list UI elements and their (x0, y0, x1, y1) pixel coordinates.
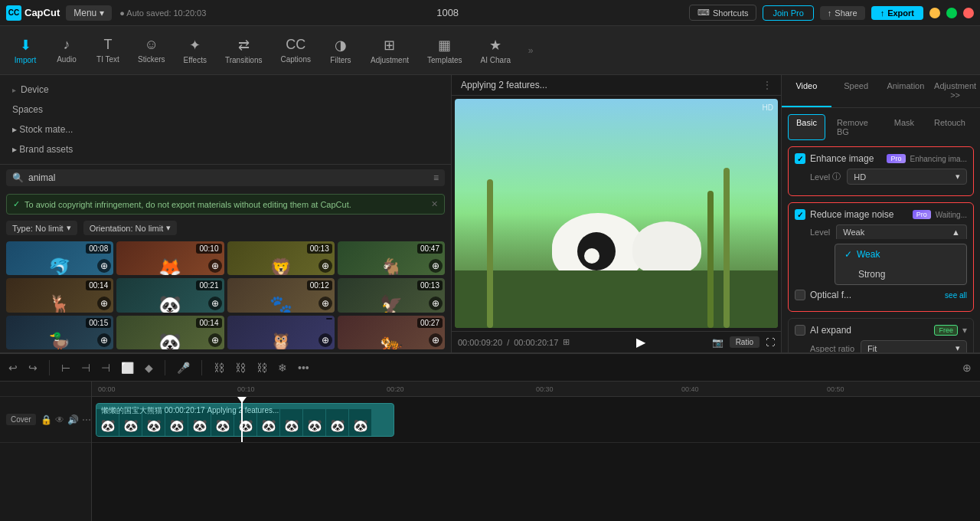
captions-label: Captions (281, 55, 311, 64)
ai-expand-label: AI expand (810, 325, 929, 336)
add-icon-6[interactable]: ⊕ (208, 297, 222, 310)
optical-flow-checkbox[interactable] (795, 290, 805, 300)
track-label-row: Cover 🔒 👁 🔊 ⋯ (0, 397, 91, 443)
filter-sort-button[interactable]: ≡ (433, 172, 439, 183)
link-button[interactable]: ⛓ (211, 359, 227, 376)
undo-button[interactable]: ↩ (6, 359, 20, 376)
add-icon-11[interactable]: ⊕ (318, 333, 332, 347)
more-tools-button[interactable]: ••• (296, 359, 312, 376)
nav-device[interactable]: ▸ Device (6, 81, 445, 98)
nav-spaces[interactable]: Spaces (6, 101, 445, 118)
detach-button[interactable]: ⛓ (233, 359, 248, 376)
ai-expand-checkbox[interactable] (795, 325, 805, 336)
tool-filters[interactable]: ◑ Filters (322, 34, 360, 67)
media-item-6[interactable]: 🐼 00:21 ⊕ (116, 278, 224, 312)
enhance-image-checkbox[interactable] (795, 153, 805, 164)
playback-controls: ▶ (636, 335, 645, 349)
see-all-link[interactable]: see all (945, 291, 967, 300)
ratio-button[interactable]: Ratio (730, 336, 760, 348)
tab-speed[interactable]: Speed (831, 75, 881, 107)
nav-brand-assets[interactable]: ▸ Brand assets (6, 141, 445, 158)
export-button[interactable]: ↑ Export (871, 6, 923, 20)
tool-import[interactable]: ⬇ Import (6, 34, 44, 67)
tool-adjustment[interactable]: ⊞ Adjustment (363, 34, 416, 67)
subtab-mask[interactable]: Mask (886, 114, 923, 140)
tool-effects[interactable]: ✦ Effects (176, 34, 214, 67)
tab-adjustment[interactable]: Adjustment >> (930, 75, 980, 107)
voice-button[interactable]: 🎤 (175, 359, 192, 376)
window-close[interactable] (963, 8, 974, 18)
tab-video[interactable]: Video (782, 75, 831, 107)
add-icon-10[interactable]: ⊕ (208, 333, 222, 347)
text-label: TI Text (96, 55, 119, 64)
volume-icon[interactable]: 🔊 (67, 415, 79, 425)
lock-icon[interactable]: 🔒 (41, 415, 52, 425)
media-item-2[interactable]: 🦊 00:10 ⊕ (116, 241, 224, 275)
playhead[interactable] (241, 397, 243, 442)
add-icon-8[interactable]: ⊕ (429, 297, 443, 310)
noise-level-weak[interactable]: ✓ Weak (835, 244, 966, 264)
media-item-1[interactable]: 🐬 00:08 ⊕ (6, 241, 113, 275)
add-icon-5[interactable]: ⊕ (97, 297, 111, 310)
media-item-7[interactable]: 🐾 00:12 ⊕ (227, 278, 335, 312)
cover-button[interactable]: Cover (6, 414, 36, 425)
add-icon-7[interactable]: ⊕ (318, 297, 332, 310)
aspect-ratio-select[interactable]: Fit ▾ (861, 340, 967, 352)
subtab-remove-bg[interactable]: Remove BG (828, 114, 883, 140)
subtab-retouch[interactable]: Retouch (926, 114, 974, 140)
tool-templates[interactable]: ▦ Templates (420, 34, 470, 67)
media-item-10[interactable]: 🐼 00:14 ⊕ (116, 316, 224, 349)
toolbar-more[interactable]: » (521, 41, 540, 60)
trim-end-button[interactable]: ⊣ (99, 359, 113, 376)
join-pro-button[interactable]: Join Pro (763, 5, 813, 21)
shortcuts-button[interactable]: ⌨ Shortcuts (689, 5, 756, 21)
nav-stock-materials[interactable]: ▸ Stock mate... (6, 121, 445, 138)
play-button[interactable]: ▶ (636, 335, 645, 349)
import-icon: ⬇ (20, 37, 31, 54)
media-item-12[interactable]: 🐅 00:27 ⊕ (338, 316, 445, 349)
copy-button[interactable]: ⛓ (254, 359, 270, 376)
menu-button[interactable]: Menu ▾ (66, 5, 112, 21)
reduce-noise-level-select[interactable]: Weak ▲ (836, 224, 967, 239)
split-button[interactable]: ⊣ (79, 359, 93, 376)
tool-stickers[interactable]: ☺ Stickers (130, 34, 173, 67)
screenshot-icon[interactable]: 📷 (712, 337, 724, 348)
search-input[interactable] (28, 172, 429, 183)
media-item-5[interactable]: 🦌 00:14 ⊕ (6, 278, 113, 312)
add-icon-2[interactable]: ⊕ (208, 259, 222, 273)
window-maximize[interactable] (946, 8, 957, 18)
enhance-level-select[interactable]: HD ▾ (847, 169, 967, 185)
trim-start-button[interactable]: ⊢ (59, 359, 73, 376)
media-item-8[interactable]: 🦅 00:13 ⊕ (338, 278, 445, 312)
orientation-filter[interactable]: Orientation: No limit ▾ (83, 221, 178, 235)
fullscreen-icon[interactable]: ⛶ (766, 337, 775, 348)
tool-audio[interactable]: ♪ Audio (47, 34, 86, 67)
share-button[interactable]: ↑ Share (820, 6, 865, 20)
reduce-noise-checkbox[interactable] (795, 209, 805, 220)
media-item-4[interactable]: 🐐 00:47 ⊕ (338, 241, 445, 275)
add-icon-12[interactable]: ⊕ (429, 333, 443, 347)
subtab-basic[interactable]: Basic (788, 114, 825, 140)
tool-text[interactable]: T TI Text (89, 34, 127, 67)
freeze-button[interactable]: ❄ (276, 359, 289, 376)
video-clip[interactable]: 懒懒的国宝大熊猫 00:00:20:17 Applying 2 features… (96, 403, 394, 437)
window-minimize[interactable] (929, 8, 940, 18)
type-filter[interactable]: Type: No limit ▾ (6, 221, 77, 235)
media-item-9[interactable]: 🦆 00:15 ⊕ (6, 316, 113, 349)
visibility-icon[interactable]: 👁 (55, 415, 64, 425)
media-item-3[interactable]: 🦁 00:13 ⊕ (227, 241, 335, 275)
preview-menu-button[interactable]: ⋮ (763, 80, 772, 90)
zoom-button[interactable]: ⊕ (960, 359, 974, 376)
track-more-icon[interactable]: ⋯ (82, 415, 91, 425)
noise-level-strong[interactable]: Strong (835, 264, 966, 284)
notice-close-button[interactable]: ✕ (431, 199, 438, 209)
delete-button[interactable]: ⬜ (119, 359, 136, 376)
add-icon-3[interactable]: ⊕ (318, 259, 332, 273)
redo-button[interactable]: ↪ (26, 359, 40, 376)
tool-transitions[interactable]: ⇄ Transitions (217, 34, 270, 67)
tab-animation[interactable]: Animation (881, 75, 931, 107)
tool-captions[interactable]: CC Captions (273, 34, 318, 67)
tool-ai-chara[interactable]: ★ AI Chara (473, 34, 518, 67)
speed-button[interactable]: ◆ (142, 359, 155, 376)
media-item-11[interactable]: 🦉 ⊕ (227, 316, 335, 349)
